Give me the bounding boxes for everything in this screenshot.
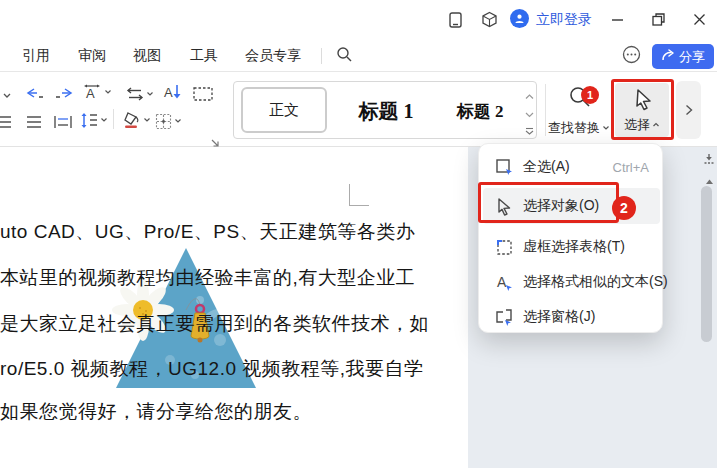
line-spacing-icon[interactable] bbox=[80, 110, 108, 130]
doc-text-line[interactable]: 本站里的视频教程均由经验丰富的,有大型企业工 bbox=[0, 265, 420, 291]
toolbar-divider bbox=[113, 109, 114, 129]
gallery-scroll-up-icon[interactable] bbox=[525, 86, 534, 104]
align-justify-icon[interactable] bbox=[0, 112, 12, 132]
similar-format-icon: A bbox=[495, 273, 514, 292]
page-border-icon[interactable] bbox=[193, 84, 213, 104]
borders-icon[interactable] bbox=[155, 111, 182, 131]
menu-item-label: 选择格式相似的文本(S) bbox=[523, 273, 668, 291]
text-direction-icon[interactable] bbox=[126, 84, 154, 104]
margin-corner-mark bbox=[349, 184, 350, 206]
share-icon bbox=[661, 49, 675, 65]
gallery-expand-icon[interactable] bbox=[525, 122, 534, 140]
annotation-step1-badge: 1 bbox=[581, 86, 599, 104]
list-style-dropdown-icon[interactable] bbox=[2, 85, 12, 105]
chevron-up-icon bbox=[652, 122, 660, 128]
tab-membership[interactable]: 会员专享 bbox=[245, 46, 301, 66]
doc-text-line[interactable]: 是大家立足社会真正要需用到的各类软件技术，如 bbox=[0, 311, 420, 337]
style-heading1[interactable]: 标题 1 bbox=[336, 82, 436, 140]
ribbon-divider bbox=[545, 84, 546, 136]
select-button-label: 选择 bbox=[624, 116, 650, 134]
style-heading2[interactable]: 标题 2 bbox=[434, 82, 526, 140]
menu-item-select-all[interactable]: 全选(A) Ctrl+A bbox=[479, 150, 664, 184]
svg-text:A: A bbox=[497, 274, 507, 290]
svg-text:A: A bbox=[86, 86, 95, 101]
user-avatar-icon[interactable] bbox=[510, 9, 529, 28]
ribbon-expand-button[interactable] bbox=[676, 81, 701, 139]
search-icon[interactable] bbox=[336, 46, 353, 67]
menubar-divider bbox=[321, 48, 322, 64]
share-button[interactable]: 分享 bbox=[652, 44, 714, 69]
select-all-icon bbox=[495, 158, 514, 177]
restore-button[interactable] bbox=[647, 8, 669, 30]
table-frame-select-icon bbox=[495, 238, 514, 257]
svg-text:A: A bbox=[164, 85, 173, 100]
character-scale-icon[interactable]: A bbox=[82, 82, 112, 102]
mobile-device-icon[interactable] bbox=[447, 11, 464, 28]
select-dropdown-menu: 全选(A) Ctrl+A 选择对象(O) 虚框选择表格(T) A 选择格式相似的… bbox=[478, 143, 663, 333]
annotation-step2-badge: 2 bbox=[612, 196, 636, 220]
gallery-scroll-down-icon[interactable] bbox=[525, 104, 534, 122]
find-replace-label: 查找替换 bbox=[548, 119, 600, 137]
find-replace-button[interactable]: 查找替换 bbox=[548, 83, 610, 137]
align-distribute-icon[interactable] bbox=[26, 112, 42, 132]
menu-item-label: 全选(A) bbox=[523, 158, 570, 176]
sort-icon[interactable]: A bbox=[163, 82, 183, 102]
increase-indent-icon[interactable] bbox=[55, 83, 74, 103]
menu-item-label: 选择窗格(J) bbox=[523, 308, 595, 326]
menu-item-select-object[interactable]: 选择对象(O) bbox=[479, 189, 664, 223]
share-button-label: 分享 bbox=[679, 48, 705, 66]
collapse-ribbon-icon[interactable] bbox=[703, 151, 715, 169]
cursor-arrow-icon bbox=[633, 88, 655, 116]
decrease-indent-icon[interactable] bbox=[25, 83, 44, 103]
minimize-button[interactable] bbox=[606, 8, 628, 30]
chevron-right-icon bbox=[685, 104, 693, 116]
ribbon-toolbar: A A bbox=[0, 73, 717, 147]
doc-text-line[interactable]: ro/E5.0 视频教程，UG12.0 视频教程等,我要自学 bbox=[0, 356, 420, 382]
tab-tools[interactable]: 工具 bbox=[190, 46, 218, 66]
margin-corner-mark bbox=[349, 205, 369, 206]
chevron-down-icon bbox=[602, 125, 610, 131]
doc-text-line[interactable]: uto CAD、UG、Pro/E、PS、天正建筑等各类办 bbox=[0, 219, 420, 245]
menu-item-selection-pane[interactable]: 选择窗格(J) bbox=[479, 300, 664, 334]
select-object-icon bbox=[495, 197, 514, 216]
wps-window: 立即登录 引用 审阅 视图 工具 会员专享 分享 bbox=[0, 0, 717, 468]
menu-item-label: 虚框选择表格(T) bbox=[523, 238, 625, 256]
more-options-icon[interactable] bbox=[622, 45, 641, 68]
selection-pane-icon bbox=[495, 308, 514, 327]
login-link[interactable]: 立即登录 bbox=[536, 11, 592, 29]
shading-icon[interactable] bbox=[122, 110, 151, 130]
titlebar: 立即登录 bbox=[0, 0, 717, 38]
style-gallery: 正文 标题 1 标题 2 bbox=[233, 81, 537, 139]
menu-item-shortcut: Ctrl+A bbox=[613, 160, 649, 175]
tab-references[interactable]: 引用 bbox=[22, 46, 50, 66]
vertical-scrollbar[interactable] bbox=[701, 186, 712, 342]
menu-item-label: 选择对象(O) bbox=[523, 197, 599, 215]
menubar: 引用 审阅 视图 工具 会员专享 分享 bbox=[0, 38, 717, 72]
tab-review[interactable]: 审阅 bbox=[78, 46, 106, 66]
doc-text-line[interactable]: 如果您觉得好，请分享给您的朋友。 bbox=[0, 399, 420, 425]
select-button[interactable]: 选择 bbox=[615, 83, 669, 137]
distribute-text-icon[interactable] bbox=[54, 112, 72, 132]
cube-icon[interactable] bbox=[481, 11, 498, 28]
menu-item-select-similar-format[interactable]: A 选择格式相似的文本(S) bbox=[479, 265, 664, 299]
menu-item-table-frame-select[interactable]: 虚框选择表格(T) bbox=[479, 230, 664, 264]
style-body-text[interactable]: 正文 bbox=[241, 87, 327, 133]
tab-view[interactable]: 视图 bbox=[133, 46, 161, 66]
close-button[interactable] bbox=[688, 8, 710, 30]
